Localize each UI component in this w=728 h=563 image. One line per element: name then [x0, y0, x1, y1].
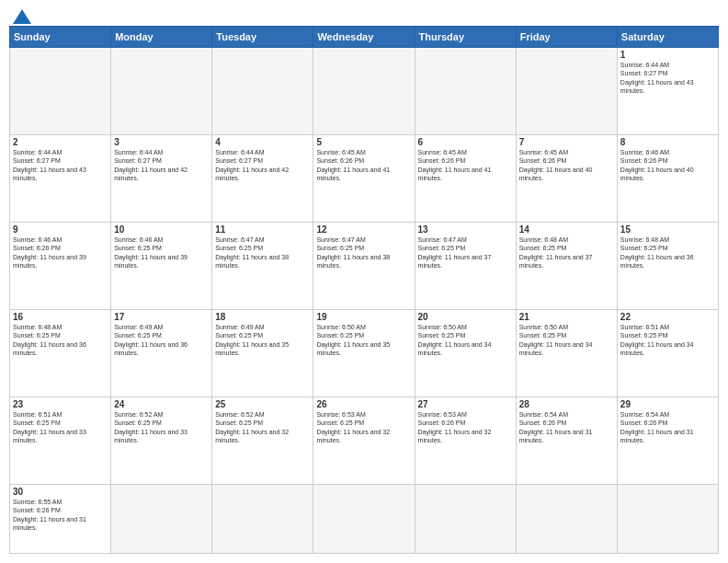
calendar-cell: 23Sunrise: 6:51 AMSunset: 6:25 PMDayligh…: [10, 397, 111, 485]
weekday-header-monday: Monday: [111, 27, 212, 48]
calendar-cell: 20Sunrise: 6:50 AMSunset: 6:25 PMDayligh…: [415, 310, 516, 397]
calendar-week-row: 30Sunrise: 6:55 AMSunset: 6:26 PMDayligh…: [10, 485, 719, 554]
day-number: 2: [13, 137, 108, 147]
day-info: Sunrise: 6:48 AMSunset: 6:25 PMDaylight:…: [620, 236, 715, 270]
day-number: 15: [620, 224, 715, 235]
calendar-cell: 30Sunrise: 6:55 AMSunset: 6:26 PMDayligh…: [10, 485, 111, 554]
day-number: 19: [316, 312, 411, 322]
calendar-cell: 24Sunrise: 6:52 AMSunset: 6:25 PMDayligh…: [111, 397, 212, 485]
day-number: 4: [215, 137, 310, 147]
calendar-cell: 25Sunrise: 6:52 AMSunset: 6:25 PMDayligh…: [212, 397, 313, 485]
header: [9, 9, 719, 20]
day-number: 26: [316, 399, 411, 409]
weekday-header-sunday: Sunday: [10, 27, 111, 48]
day-number: 28: [519, 399, 614, 409]
day-number: 27: [418, 399, 513, 409]
day-info: Sunrise: 6:50 AMSunset: 6:25 PMDaylight:…: [316, 323, 411, 358]
day-number: 10: [114, 224, 209, 235]
calendar-cell: 15Sunrise: 6:48 AMSunset: 6:25 PMDayligh…: [617, 223, 718, 310]
calendar-cell: 18Sunrise: 6:49 AMSunset: 6:25 PMDayligh…: [212, 310, 313, 397]
day-number: 16: [13, 312, 108, 322]
calendar-cell: 22Sunrise: 6:51 AMSunset: 6:25 PMDayligh…: [617, 310, 718, 397]
weekday-header-wednesday: Wednesday: [313, 27, 415, 48]
day-info: Sunrise: 6:51 AMSunset: 6:25 PMDaylight:…: [13, 410, 108, 445]
calendar-cell: [10, 48, 111, 135]
day-info: Sunrise: 6:49 AMSunset: 6:25 PMDaylight:…: [114, 323, 209, 358]
calendar-table: SundayMondayTuesdayWednesdayThursdayFrid…: [9, 26, 719, 554]
day-number: 9: [13, 224, 108, 235]
calendar-cell: [111, 48, 212, 135]
day-number: 13: [418, 224, 513, 235]
calendar-cell: 11Sunrise: 6:47 AMSunset: 6:25 PMDayligh…: [212, 223, 313, 310]
day-info: Sunrise: 6:46 AMSunset: 6:26 PMDaylight:…: [13, 236, 108, 270]
calendar-cell: [111, 485, 212, 554]
calendar-cell: 13Sunrise: 6:47 AMSunset: 6:25 PMDayligh…: [415, 223, 516, 310]
calendar-week-row: 9Sunrise: 6:46 AMSunset: 6:26 PMDaylight…: [10, 223, 719, 310]
day-info: Sunrise: 6:52 AMSunset: 6:25 PMDaylight:…: [215, 410, 310, 445]
calendar-cell: 14Sunrise: 6:48 AMSunset: 6:25 PMDayligh…: [516, 223, 617, 310]
day-number: 23: [13, 399, 108, 409]
day-info: Sunrise: 6:47 AMSunset: 6:25 PMDaylight:…: [215, 236, 310, 270]
calendar-cell: 28Sunrise: 6:54 AMSunset: 6:26 PMDayligh…: [516, 397, 617, 485]
calendar-week-row: 23Sunrise: 6:51 AMSunset: 6:25 PMDayligh…: [10, 397, 719, 485]
calendar-cell: 12Sunrise: 6:47 AMSunset: 6:25 PMDayligh…: [313, 223, 415, 310]
day-info: Sunrise: 6:45 AMSunset: 6:26 PMDaylight:…: [316, 148, 411, 183]
day-number: 11: [215, 224, 310, 235]
day-info: Sunrise: 6:49 AMSunset: 6:25 PMDaylight:…: [215, 323, 310, 358]
day-number: 3: [114, 137, 209, 147]
day-number: 5: [316, 137, 411, 147]
calendar-cell: 4Sunrise: 6:44 AMSunset: 6:27 PMDaylight…: [212, 135, 313, 223]
day-info: Sunrise: 6:44 AMSunset: 6:27 PMDaylight:…: [114, 148, 209, 183]
day-info: Sunrise: 6:45 AMSunset: 6:26 PMDaylight:…: [519, 148, 614, 183]
calendar-cell: 21Sunrise: 6:50 AMSunset: 6:25 PMDayligh…: [516, 310, 617, 397]
day-info: Sunrise: 6:44 AMSunset: 6:27 PMDaylight:…: [13, 148, 108, 183]
day-info: Sunrise: 6:54 AMSunset: 6:26 PMDaylight:…: [519, 410, 614, 445]
day-info: Sunrise: 6:44 AMSunset: 6:27 PMDaylight:…: [215, 148, 310, 183]
day-info: Sunrise: 6:53 AMSunset: 6:26 PMDaylight:…: [418, 410, 513, 445]
day-number: 8: [620, 137, 715, 147]
day-number: 22: [620, 312, 715, 322]
day-number: 20: [418, 312, 513, 322]
day-number: 1: [620, 50, 715, 60]
weekday-header-saturday: Saturday: [617, 27, 718, 48]
weekday-header-friday: Friday: [516, 27, 617, 48]
calendar-week-row: 2Sunrise: 6:44 AMSunset: 6:27 PMDaylight…: [10, 135, 719, 223]
calendar-cell: [212, 48, 313, 135]
day-info: Sunrise: 6:44 AMSunset: 6:27 PMDaylight:…: [620, 61, 715, 96]
logo-area: [9, 9, 31, 20]
day-info: Sunrise: 6:50 AMSunset: 6:25 PMDaylight:…: [418, 323, 513, 358]
day-number: 7: [519, 137, 614, 147]
calendar-cell: 9Sunrise: 6:46 AMSunset: 6:26 PMDaylight…: [10, 223, 111, 310]
day-info: Sunrise: 6:48 AMSunset: 6:25 PMDaylight:…: [13, 323, 108, 358]
day-info: Sunrise: 6:48 AMSunset: 6:25 PMDaylight:…: [519, 236, 614, 270]
calendar-cell: [212, 485, 313, 554]
logo: [9, 9, 31, 24]
page: SundayMondayTuesdayWednesdayThursdayFrid…: [0, 0, 728, 563]
day-info: Sunrise: 6:53 AMSunset: 6:25 PMDaylight:…: [316, 410, 411, 445]
day-info: Sunrise: 6:54 AMSunset: 6:26 PMDaylight:…: [620, 410, 715, 445]
calendar-cell: 27Sunrise: 6:53 AMSunset: 6:26 PMDayligh…: [415, 397, 516, 485]
calendar-cell: 16Sunrise: 6:48 AMSunset: 6:25 PMDayligh…: [10, 310, 111, 397]
calendar-week-row: 1Sunrise: 6:44 AMSunset: 6:27 PMDaylight…: [10, 48, 719, 135]
day-info: Sunrise: 6:46 AMSunset: 6:26 PMDaylight:…: [620, 148, 715, 183]
day-number: 24: [114, 399, 209, 409]
calendar-cell: [516, 485, 617, 554]
calendar-cell: 6Sunrise: 6:45 AMSunset: 6:26 PMDaylight…: [415, 135, 516, 223]
calendar-cell: 19Sunrise: 6:50 AMSunset: 6:25 PMDayligh…: [313, 310, 415, 397]
calendar-cell: 3Sunrise: 6:44 AMSunset: 6:27 PMDaylight…: [111, 135, 212, 223]
day-number: 6: [418, 137, 513, 147]
calendar-cell: 29Sunrise: 6:54 AMSunset: 6:26 PMDayligh…: [617, 397, 718, 485]
day-number: 14: [519, 224, 614, 235]
day-info: Sunrise: 6:52 AMSunset: 6:25 PMDaylight:…: [114, 410, 209, 445]
day-info: Sunrise: 6:47 AMSunset: 6:25 PMDaylight:…: [418, 236, 513, 270]
day-info: Sunrise: 6:50 AMSunset: 6:25 PMDaylight:…: [519, 323, 614, 358]
weekday-header-thursday: Thursday: [415, 27, 516, 48]
day-number: 29: [620, 399, 715, 409]
calendar-cell: 8Sunrise: 6:46 AMSunset: 6:26 PMDaylight…: [617, 135, 718, 223]
calendar-cell: [415, 48, 516, 135]
calendar-week-row: 16Sunrise: 6:48 AMSunset: 6:25 PMDayligh…: [10, 310, 719, 397]
calendar-cell: [415, 485, 516, 554]
weekday-header-tuesday: Tuesday: [212, 27, 313, 48]
calendar-cell: [516, 48, 617, 135]
day-number: 25: [215, 399, 310, 409]
